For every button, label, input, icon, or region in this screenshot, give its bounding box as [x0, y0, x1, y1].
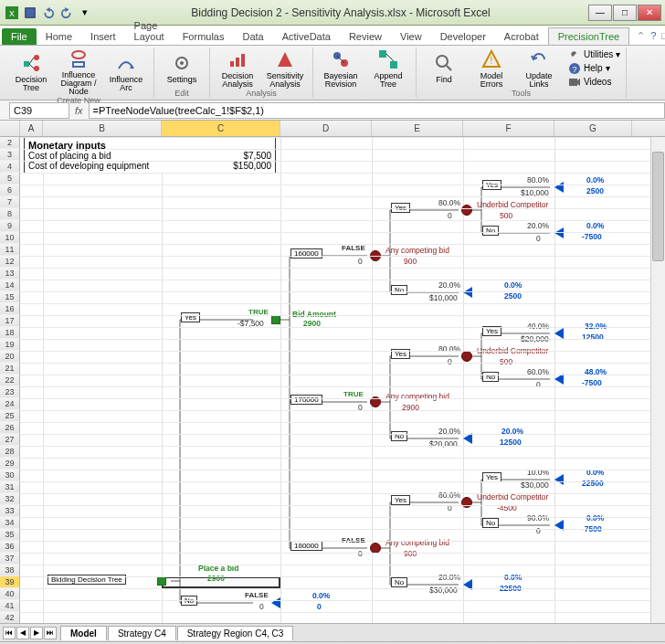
ub2-node[interactable]: [461, 351, 472, 362]
row-41[interactable]: 41: [0, 600, 20, 612]
find-button[interactable]: Find: [422, 52, 466, 84]
row-35[interactable]: 35: [0, 529, 20, 541]
root-decision-node[interactable]: [157, 576, 166, 586]
tab-precisiontree[interactable]: PrecisionTree: [548, 27, 629, 45]
row-10[interactable]: 10: [0, 232, 20, 244]
bid-amount-node[interactable]: [271, 315, 280, 324]
row-16[interactable]: 16: [0, 303, 20, 315]
qat-dropdown-icon[interactable]: ▾: [77, 5, 93, 21]
ub3-node[interactable]: [461, 497, 472, 508]
sensitivity-analysis-button[interactable]: Sensitivity Analysis: [263, 48, 307, 89]
row-31[interactable]: 31: [0, 481, 20, 493]
row-13[interactable]: 13: [0, 268, 20, 280]
row-22[interactable]: 22: [0, 375, 20, 386]
tab-review[interactable]: Review: [340, 28, 391, 45]
row-8[interactable]: 8: [0, 208, 20, 220]
select-all-button[interactable]: [0, 121, 20, 136]
row-34[interactable]: 34: [0, 517, 20, 529]
row-17[interactable]: 17: [0, 315, 20, 327]
help-icon[interactable]: ?: [650, 30, 656, 42]
excel-icon[interactable]: X: [4, 5, 20, 21]
tab-file[interactable]: File: [2, 28, 37, 45]
tab-insert[interactable]: Insert: [81, 28, 125, 45]
append-tree-button[interactable]: Append Tree: [366, 48, 410, 89]
window-restore-icon[interactable]: □: [661, 30, 665, 42]
ub1-node[interactable]: [461, 205, 472, 216]
decision-analysis-button[interactable]: Decision Analysis: [216, 48, 259, 89]
ub2-no[interactable]: No: [482, 372, 499, 382]
row-24[interactable]: 24: [0, 398, 20, 410]
name-box[interactable]: C39: [9, 102, 69, 119]
row-29[interactable]: 29: [0, 458, 20, 470]
row-20[interactable]: 20: [0, 351, 20, 363]
scroll-thumb[interactable]: [652, 152, 664, 261]
influence-diagram-button[interactable]: Influence Diagram / Node: [57, 48, 100, 96]
row-32[interactable]: 32: [0, 493, 20, 505]
tab-view[interactable]: View: [391, 28, 431, 45]
row-14[interactable]: 14: [0, 280, 20, 291]
row-33[interactable]: 33: [0, 505, 20, 517]
update-links-button[interactable]: Update Links: [517, 48, 561, 89]
row-15[interactable]: 15: [0, 291, 20, 303]
row-3[interactable]: 3: [0, 149, 20, 161]
bayesian-revision-button[interactable]: Bayesian Revision: [319, 48, 363, 89]
grid[interactable]: Monetary inputs Cost of placing a bid$7,…: [20, 137, 650, 623]
tab-first-icon[interactable]: ⏮: [3, 627, 16, 639]
ab170-no[interactable]: No: [391, 431, 407, 441]
tab-last-icon[interactable]: ⏭: [44, 627, 57, 639]
col-E[interactable]: E: [372, 121, 463, 136]
sheet-tab-strategy-c4[interactable]: Strategy C4: [108, 626, 176, 640]
col-B[interactable]: B: [43, 121, 162, 136]
ab180-yes[interactable]: Yes: [391, 495, 410, 505]
yes1-box[interactable]: Yes: [181, 312, 200, 322]
row-38[interactable]: 38: [0, 565, 20, 576]
maximize-button[interactable]: □: [613, 5, 637, 21]
settings-button[interactable]: Settings: [160, 52, 204, 84]
b180-box[interactable]: 180000: [290, 541, 322, 551]
tab-next-icon[interactable]: ▶: [30, 627, 43, 639]
redo-icon[interactable]: [58, 5, 75, 21]
row-39[interactable]: 39: [0, 576, 20, 588]
b170-box[interactable]: 170000: [290, 395, 322, 405]
sheet-tab-model[interactable]: Model: [60, 626, 107, 640]
row-23[interactable]: 23: [0, 386, 20, 398]
col-A[interactable]: A: [20, 121, 43, 136]
save-icon[interactable]: [22, 5, 38, 21]
minimize-button[interactable]: —: [588, 5, 612, 21]
row-2[interactable]: 2: [0, 137, 20, 149]
influence-arc-button[interactable]: Influence Arc: [104, 52, 148, 92]
row-11[interactable]: 11: [0, 244, 20, 256]
row-4[interactable]: 4: [0, 161, 20, 173]
ab180-no[interactable]: No: [391, 577, 407, 587]
row-30[interactable]: 30: [0, 470, 20, 481]
col-G[interactable]: G: [554, 121, 632, 136]
ub1-no[interactable]: No: [482, 226, 499, 236]
formula-bar[interactable]: =PTreeNodeValue(treeCalc_1!$F$2,1): [89, 102, 665, 119]
row-19[interactable]: 19: [0, 339, 20, 351]
row-18[interactable]: 18: [0, 327, 20, 339]
b160-box[interactable]: 160000: [290, 248, 322, 259]
fx-icon[interactable]: fx: [75, 105, 83, 116]
row-27[interactable]: 27: [0, 434, 20, 446]
col-C[interactable]: C: [162, 121, 280, 136]
row-42[interactable]: 42: [0, 612, 20, 623]
undo-icon[interactable]: [40, 5, 57, 21]
model-errors-button[interactable]: ! Model Errors: [470, 48, 513, 89]
row-7[interactable]: 7: [0, 196, 20, 208]
tab-prev-icon[interactable]: ◀: [16, 627, 29, 639]
row-9[interactable]: 9: [0, 220, 20, 232]
tab-formulas[interactable]: Formulas: [174, 28, 234, 45]
row-12[interactable]: 12: [0, 256, 20, 268]
row-21[interactable]: 21: [0, 363, 20, 375]
col-D[interactable]: D: [280, 121, 372, 136]
vertical-scrollbar[interactable]: [650, 137, 665, 623]
ribbon-minimize-icon[interactable]: ⌃: [637, 30, 645, 42]
tab-activedata[interactable]: ActiveData: [273, 28, 340, 45]
close-button[interactable]: ✕: [638, 5, 661, 21]
row-26[interactable]: 26: [0, 422, 20, 434]
col-F[interactable]: F: [463, 121, 554, 136]
ub3-no[interactable]: No: [482, 518, 499, 528]
tab-acrobat[interactable]: Acrobat: [495, 28, 548, 45]
decision-tree-button[interactable]: Decision Tree: [9, 52, 53, 92]
row-25[interactable]: 25: [0, 410, 20, 422]
